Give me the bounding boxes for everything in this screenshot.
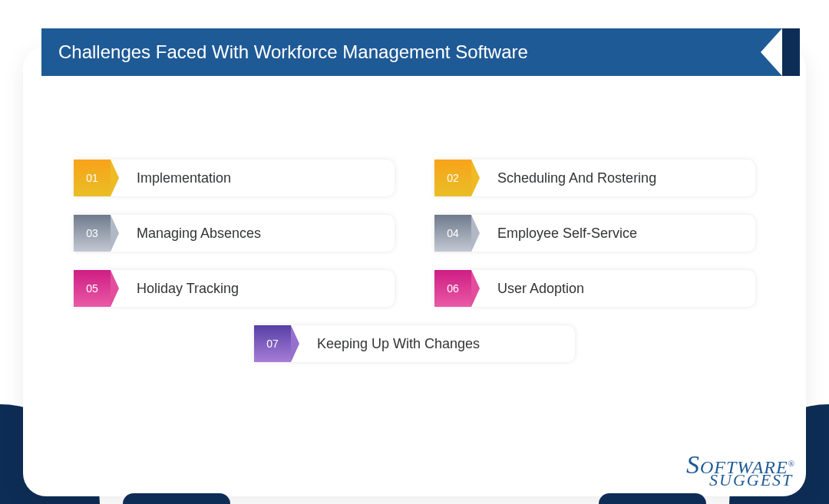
page-title: Challenges Faced With Workforce Manageme… xyxy=(58,41,528,63)
challenge-number: 07 xyxy=(266,338,279,350)
challenge-list: 01 Implementation 02 Scheduling And Rost… xyxy=(74,160,755,362)
challenge-number: 01 xyxy=(86,172,98,184)
challenge-number-badge: 04 xyxy=(434,215,471,252)
challenge-number-badge: 06 xyxy=(434,270,471,307)
challenge-item-01: 01 Implementation xyxy=(74,160,395,196)
logo-line-2: SUGGEST xyxy=(709,473,795,487)
softwaresuggest-logo: SOFTWARE® SUGGEST xyxy=(686,454,795,487)
challenge-label: Implementation xyxy=(137,170,231,186)
title-ribbon: Challenges Faced With Workforce Manageme… xyxy=(41,28,781,76)
challenge-number: 02 xyxy=(447,172,459,184)
challenge-number: 06 xyxy=(447,282,459,295)
challenge-label: Scheduling And Rostering xyxy=(497,170,656,186)
challenge-number-badge: 03 xyxy=(74,215,111,252)
challenge-number: 04 xyxy=(447,227,459,239)
challenge-number-badge: 02 xyxy=(434,160,471,196)
challenge-item-03: 03 Managing Absences xyxy=(74,215,395,252)
challenge-item-06: 06 User Adoption xyxy=(434,270,755,307)
challenge-number: 03 xyxy=(86,227,98,239)
challenge-item-05: 05 Holiday Tracking xyxy=(74,270,395,307)
challenge-label: Keeping Up With Changes xyxy=(317,336,480,352)
challenge-number-badge: 07 xyxy=(254,325,291,362)
challenge-label: User Adoption xyxy=(497,281,584,297)
bottom-tab-right xyxy=(599,493,706,504)
challenge-item-02: 02 Scheduling And Rostering xyxy=(434,160,755,196)
challenge-number-badge: 01 xyxy=(74,160,111,196)
bottom-tab-left xyxy=(123,493,230,504)
challenge-number: 05 xyxy=(86,282,98,295)
challenge-item-04: 04 Employee Self-Service xyxy=(434,215,755,252)
challenge-label: Holiday Tracking xyxy=(137,281,239,297)
challenge-number-badge: 05 xyxy=(74,270,111,307)
challenge-label: Managing Absences xyxy=(137,226,261,242)
bottom-decorative-tabs xyxy=(0,493,829,504)
challenge-item-07: 07 Keeping Up With Changes xyxy=(254,325,575,362)
challenge-label: Employee Self-Service xyxy=(497,226,637,242)
